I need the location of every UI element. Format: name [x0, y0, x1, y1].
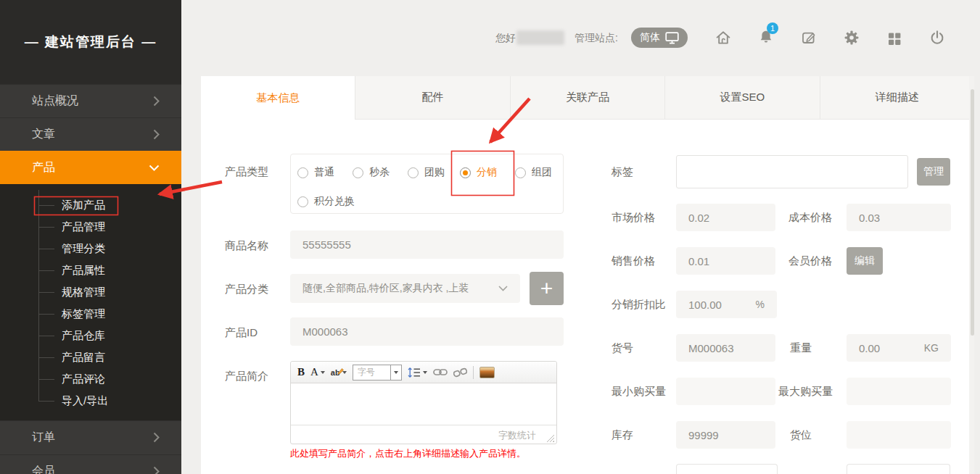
- submenu-item-product-reviews[interactable]: 产品评论: [0, 368, 181, 390]
- add-category-button[interactable]: +: [530, 272, 564, 305]
- tags-input[interactable]: [676, 155, 908, 188]
- member-price-label: 会员价格: [788, 254, 832, 268]
- submenu-item-spec-manage[interactable]: 规格管理: [0, 281, 181, 303]
- chevron-right-icon: [153, 129, 160, 140]
- scrollbar-thumb[interactable]: [971, 89, 974, 336]
- tab-related-products[interactable]: 关联产品: [510, 76, 664, 120]
- item-number-input[interactable]: M000063: [676, 334, 775, 362]
- sidebar: — 建站管理后台 — 站点概况 文章 产品 添加产品 产品管理 管理分类 产品属…: [0, 0, 181, 474]
- min-purchase-label: 最小购买量: [612, 385, 666, 399]
- product-category-label: 产品分类: [225, 283, 268, 296]
- chevron-right-icon: [153, 466, 160, 474]
- radio-circle: [515, 167, 526, 178]
- highlight-button[interactable]: ab: [331, 368, 347, 377]
- insert-image-button[interactable]: [479, 367, 495, 378]
- submenu-item-add-product[interactable]: 添加产品: [0, 194, 181, 216]
- language-switch-button[interactable]: 简体: [631, 28, 688, 48]
- editor-text-area[interactable]: [291, 383, 556, 425]
- market-price-input[interactable]: 0.02: [676, 204, 775, 231]
- stock-label: 库存: [612, 428, 633, 442]
- tags-label: 标签: [612, 165, 633, 179]
- stock-input[interactable]: 99999: [676, 421, 775, 449]
- cost-price-input[interactable]: 0.03: [847, 204, 951, 231]
- tab-seo-settings[interactable]: 设置SEO: [664, 76, 819, 120]
- apps-grid-icon[interactable]: [886, 30, 903, 47]
- radio-circle-selected: [460, 167, 471, 178]
- chevron-down-icon: [498, 286, 508, 291]
- location-input[interactable]: [847, 421, 951, 449]
- location-label: 货位: [790, 428, 812, 442]
- weight-input[interactable]: 0.00 KG: [847, 334, 951, 362]
- sidebar-item-articles[interactable]: 文章: [0, 117, 181, 150]
- submenu-item-product-warehouse[interactable]: 产品仓库: [0, 325, 181, 346]
- manage-site-label: 管理站点:: [575, 32, 618, 45]
- max-purchase-input[interactable]: [847, 378, 951, 405]
- distribution-ratio-input[interactable]: 100.00 %: [676, 291, 777, 318]
- line-spacing-button[interactable]: [408, 367, 427, 378]
- product-category-select[interactable]: 随便,全部商品,特价区,家具内衣 ,上装: [290, 274, 520, 303]
- item-number-label: 货号: [612, 341, 633, 355]
- min-purchase-input[interactable]: [676, 378, 775, 405]
- submenu-item-product-attrs[interactable]: 产品属性: [0, 259, 181, 281]
- line-spacing-icon: [408, 367, 421, 378]
- distribution-ratio-label: 分销折扣比: [612, 298, 666, 312]
- editor-toolbar: B A ab 字号: [291, 362, 556, 383]
- sidebar-item-members[interactable]: 会员: [0, 454, 181, 474]
- monitor-icon: [665, 32, 679, 44]
- tab-bar: 基本信息 配件 关联产品 设置SEO 详细描述: [201, 76, 974, 120]
- font-color-button[interactable]: A: [310, 366, 325, 378]
- tab-accessories[interactable]: 配件: [355, 76, 509, 120]
- product-id-input[interactable]: M000063: [290, 317, 564, 346]
- submenu-item-category-manage[interactable]: 管理分类: [0, 238, 181, 259]
- submenu-item-tag-manage[interactable]: 标签管理: [0, 303, 181, 325]
- gear-icon[interactable]: [843, 29, 860, 46]
- radio-group-buy[interactable]: 团购: [408, 166, 445, 179]
- resize-grip[interactable]: [546, 434, 554, 442]
- tab-basic-info[interactable]: 基本信息: [201, 76, 355, 120]
- percent-suffix: %: [756, 299, 765, 310]
- page: — 建站管理后台 — 站点概况 文章 产品 添加产品 产品管理 管理分类 产品属…: [0, 0, 980, 474]
- radio-circle: [297, 196, 308, 207]
- link-icon[interactable]: [433, 367, 448, 377]
- unlink-icon[interactable]: [453, 367, 467, 378]
- edit-member-price-button[interactable]: 编辑: [847, 247, 883, 275]
- submenu-item-product-manage[interactable]: 产品管理: [0, 216, 181, 238]
- product-name-input[interactable]: 55555555: [290, 230, 564, 259]
- radio-normal[interactable]: 普通: [297, 166, 334, 179]
- product-intro-label: 产品简介: [225, 370, 268, 383]
- pencil-icon: [337, 366, 345, 375]
- manage-tags-button[interactable]: 管理: [917, 158, 950, 186]
- app-title: — 建站管理后台 —: [0, 0, 181, 84]
- products-submenu: 添加产品 产品管理 管理分类 产品属性 规格管理 标签管理 产品仓库 产品留言 …: [0, 184, 181, 420]
- language-label: 简体: [640, 31, 660, 44]
- rich-text-editor: B A ab 字号: [290, 361, 557, 444]
- cost-price-label: 成本价格: [788, 211, 832, 225]
- power-icon[interactable]: [928, 29, 946, 46]
- sidebar-item-site-overview[interactable]: 站点概况: [0, 84, 181, 117]
- chevron-right-icon: [153, 432, 160, 443]
- home-icon[interactable]: [715, 29, 732, 46]
- editor-footer: 字数统计: [291, 425, 556, 444]
- product-type-label: 产品类型: [225, 165, 268, 179]
- radio-distribution[interactable]: 分销: [460, 166, 497, 179]
- bold-button[interactable]: B: [297, 366, 305, 378]
- partial-input[interactable]: [676, 464, 778, 474]
- sale-price-input[interactable]: 0.01: [676, 247, 775, 275]
- notification-badge: 1: [767, 22, 778, 34]
- edit-icon[interactable]: [800, 29, 818, 46]
- redacted-username: [516, 30, 564, 45]
- radio-points-exchange[interactable]: 积分兑换: [297, 195, 355, 208]
- radio-team-buy[interactable]: 组团: [515, 166, 552, 179]
- radio-flash-sale[interactable]: 秒杀: [353, 166, 390, 179]
- sale-price-label: 销售价格: [612, 254, 655, 268]
- sidebar-item-orders[interactable]: 订单: [0, 420, 181, 453]
- partial-input[interactable]: [847, 464, 950, 474]
- toolbar-separator: [473, 366, 474, 379]
- market-price-label: 市场价格: [612, 211, 655, 225]
- font-size-select[interactable]: 字号: [353, 365, 402, 381]
- max-purchase-label: 最大购买量: [778, 385, 833, 399]
- tab-detailed-description[interactable]: 详细描述: [820, 76, 974, 120]
- submenu-item-import-export[interactable]: 导入/导出: [0, 390, 181, 412]
- submenu-item-product-messages[interactable]: 产品留言: [0, 346, 181, 368]
- sidebar-item-products[interactable]: 产品: [0, 151, 181, 184]
